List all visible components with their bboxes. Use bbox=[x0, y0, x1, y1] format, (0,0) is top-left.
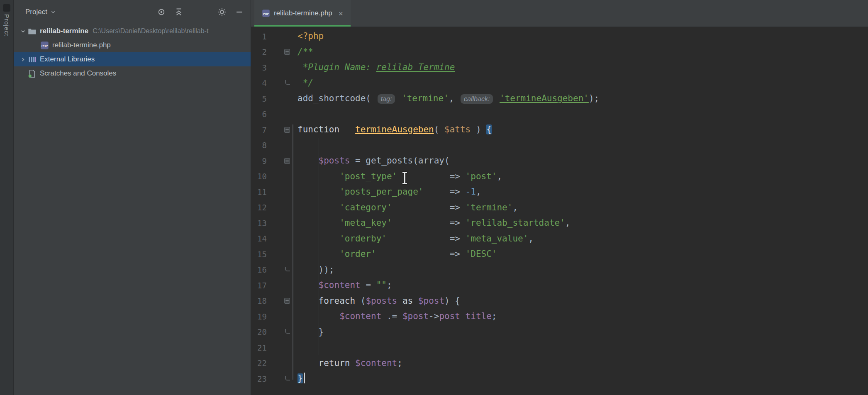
fold-marker-icon[interactable] bbox=[272, 376, 293, 382]
svg-text:PHP: PHP bbox=[41, 44, 48, 48]
code-line-5[interactable]: add_shortcode( tag: 'termine', callback:… bbox=[297, 91, 868, 107]
fold-marker-icon[interactable] bbox=[272, 267, 293, 273]
code-token: , bbox=[565, 218, 571, 228]
hide-panel-icon[interactable] bbox=[235, 7, 244, 17]
gutter-line: 10 bbox=[251, 169, 293, 185]
project-view-dropdown[interactable]: Project bbox=[25, 8, 56, 16]
code-token: $atts bbox=[444, 124, 471, 134]
fold-marker-icon[interactable] bbox=[272, 49, 293, 55]
code-token: } bbox=[297, 373, 303, 383]
tab-relilab-termine-php[interactable]: PHP relilab-termine.php × bbox=[254, 0, 351, 27]
tree-item-relilab-termine[interactable]: relilab-termineC:\Users\Daniel\Desktop\r… bbox=[14, 24, 251, 38]
fold-marker-icon[interactable] bbox=[272, 329, 293, 335]
line-number: 22 bbox=[251, 358, 272, 368]
code-line-13[interactable]: 'meta_key' => 'relilab_startdate', bbox=[297, 215, 868, 231]
code-token: => bbox=[450, 249, 466, 259]
code-token bbox=[297, 156, 319, 166]
chevron-down-icon[interactable] bbox=[18, 27, 28, 36]
code-token: => bbox=[450, 202, 466, 212]
code-line-19[interactable]: $content .= $post->post_title; bbox=[297, 309, 868, 324]
code-token: $content bbox=[355, 358, 397, 368]
line-number: 20 bbox=[251, 327, 272, 336]
line-number: 18 bbox=[251, 296, 272, 305]
code-token bbox=[494, 93, 500, 103]
code-token: $post bbox=[402, 311, 429, 321]
code-token: $content bbox=[339, 311, 381, 321]
code-token: ; bbox=[387, 280, 392, 290]
code-line-15[interactable]: 'order' => 'DESC' bbox=[297, 246, 868, 262]
tree-item-relilab-termine-php[interactable]: PHPrelilab-termine.php bbox=[14, 38, 251, 52]
code-line-10[interactable]: 'post_type' => 'post', bbox=[297, 169, 868, 185]
code-area[interactable]: <?php/** *Plugin Name: relilab Termine *… bbox=[293, 27, 868, 395]
code-token bbox=[387, 234, 450, 244]
code-token bbox=[392, 218, 450, 228]
collapse-all-icon[interactable] bbox=[174, 7, 183, 17]
code-line-1[interactable]: <?php bbox=[297, 29, 868, 44]
code-token: post_title bbox=[439, 311, 491, 321]
code-token: ( bbox=[355, 296, 366, 306]
code-line-11[interactable]: 'posts_per_page' => -1, bbox=[297, 184, 868, 200]
code-line-9[interactable]: $posts = get_posts(array( bbox=[297, 153, 868, 169]
indent-guide bbox=[319, 138, 319, 355]
project-toolwindow-button[interactable]: Project bbox=[3, 14, 10, 37]
code-line-21[interactable] bbox=[297, 340, 868, 356]
code-token: 'meta_key' bbox=[339, 218, 392, 228]
code-line-3[interactable]: *Plugin Name: relilab Termine bbox=[297, 60, 868, 76]
libraries-icon bbox=[28, 55, 37, 64]
ide-window: Project Project relilab-termineC:\Users\… bbox=[0, 0, 868, 395]
code-line-22[interactable]: return $content; bbox=[297, 356, 868, 371]
code-token: ( bbox=[434, 124, 444, 134]
code-line-12[interactable]: 'category' => 'termine', bbox=[297, 200, 868, 216]
active-tab-underline bbox=[254, 25, 351, 27]
code-token: return bbox=[319, 358, 350, 368]
gutter-line: 15 bbox=[251, 246, 293, 262]
tab-close-icon[interactable]: × bbox=[339, 10, 343, 17]
line-number: 3 bbox=[251, 63, 272, 72]
code-token: -> bbox=[429, 311, 439, 321]
fold-marker-icon[interactable] bbox=[272, 127, 293, 133]
code-line-18[interactable]: foreach ($posts as $post) { bbox=[297, 293, 868, 309]
code-line-8[interactable] bbox=[297, 138, 868, 154]
fold-scope-line bbox=[293, 124, 293, 380]
code-token: 'termineAusgeben' bbox=[500, 93, 589, 103]
tree-item-scratches-and-consoles[interactable]: Scratches and Consoles bbox=[14, 66, 251, 80]
panel-toolbar bbox=[157, 7, 244, 17]
gutter-line: 12 bbox=[251, 200, 293, 216]
code-line-4[interactable]: */ bbox=[297, 76, 868, 91]
code-token: = bbox=[361, 280, 376, 290]
code-token: 'DESC' bbox=[466, 249, 497, 259]
code-token: as bbox=[402, 296, 413, 306]
code-token: ; bbox=[492, 311, 497, 321]
tree-item-external-libraries[interactable]: External Libraries bbox=[14, 52, 251, 66]
locate-icon[interactable] bbox=[157, 7, 166, 17]
code-line-23[interactable]: } bbox=[297, 371, 868, 387]
tree-item-label: relilab-termine.php bbox=[52, 41, 111, 49]
code-token: $post bbox=[418, 296, 444, 306]
code-line-2[interactable]: /** bbox=[297, 44, 868, 60]
mouse-cursor-ibeam bbox=[402, 172, 408, 184]
gutter-line: 5 bbox=[251, 91, 293, 107]
tree-item-path: C:\Users\Daniel\Desktop\relilab\relilab-… bbox=[93, 27, 208, 35]
code-token: , bbox=[449, 93, 459, 103]
chevron-spacer bbox=[30, 41, 40, 50]
code-token: 'post' bbox=[466, 171, 497, 181]
code-line-16[interactable]: )); bbox=[297, 262, 868, 278]
fold-marker-icon[interactable] bbox=[272, 80, 293, 86]
line-number: 10 bbox=[251, 172, 272, 181]
chevron-right-icon[interactable] bbox=[18, 55, 28, 64]
tab-title: relilab-termine.php bbox=[274, 9, 332, 17]
code-token bbox=[423, 187, 449, 197]
code-line-6[interactable] bbox=[297, 107, 868, 122]
code-line-17[interactable]: $content = ""; bbox=[297, 278, 868, 293]
fold-marker-icon[interactable] bbox=[272, 298, 293, 304]
fold-marker-icon[interactable] bbox=[272, 158, 293, 164]
code-token bbox=[297, 358, 319, 368]
code-line-7[interactable]: function termineAusgeben( $atts ) { bbox=[297, 122, 868, 138]
scratches-icon bbox=[28, 69, 37, 78]
code-line-14[interactable]: 'orderby' => 'meta_value', bbox=[297, 231, 868, 247]
line-number: 7 bbox=[251, 125, 272, 134]
code-line-20[interactable]: } bbox=[297, 324, 868, 340]
code-token: )); bbox=[297, 265, 334, 275]
code-token: ; bbox=[397, 358, 402, 368]
settings-gear-icon[interactable] bbox=[217, 7, 227, 17]
